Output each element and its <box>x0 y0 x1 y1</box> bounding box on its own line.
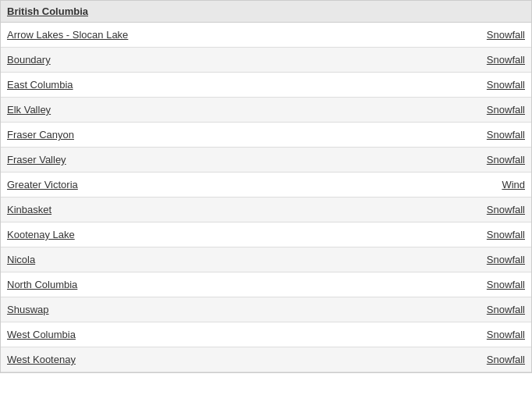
region-name-link[interactable]: East Columbia <box>7 79 73 91</box>
region-name-link[interactable]: Fraser Valley <box>7 154 66 166</box>
table-row: West KootenaySnowfall <box>1 347 531 372</box>
table-row: Elk ValleySnowfall <box>1 98 531 123</box>
region-name-link[interactable]: Kinbasket <box>7 204 51 215</box>
region-name-link[interactable]: West Kootenay <box>7 354 76 365</box>
region-name-link[interactable]: Shuswap <box>7 304 48 315</box>
forecast-link[interactable]: Snowfall <box>487 129 525 141</box>
forecast-link[interactable]: Wind <box>502 179 525 190</box>
region-name-link[interactable]: Boundary <box>7 54 51 66</box>
table-row: Fraser ValleySnowfall <box>1 148 531 173</box>
region-name-link[interactable]: North Columbia <box>7 279 77 290</box>
forecast-link[interactable]: Snowfall <box>487 354 525 365</box>
table-row: Kootenay LakeSnowfall <box>1 222 531 247</box>
table-title: British Columbia <box>7 5 88 17</box>
table-row: West ColumbiaSnowfall <box>1 322 531 347</box>
table-row: Fraser CanyonSnowfall <box>1 123 531 148</box>
table-header: British Columbia <box>1 1 531 23</box>
region-name-link[interactable]: Nicola <box>7 254 35 265</box>
forecast-link[interactable]: Snowfall <box>487 304 525 315</box>
table-row: Arrow Lakes - Slocan LakeSnowfall <box>1 23 531 48</box>
table-body: Arrow Lakes - Slocan LakeSnowfallBoundar… <box>1 23 531 372</box>
table-row: BoundarySnowfall <box>1 48 531 73</box>
bc-regions-table: British Columbia Arrow Lakes - Slocan La… <box>0 0 532 373</box>
forecast-link[interactable]: Snowfall <box>487 229 525 240</box>
forecast-link[interactable]: Snowfall <box>487 104 525 116</box>
table-row: Greater VictoriaWind <box>1 173 531 198</box>
forecast-link[interactable]: Snowfall <box>487 279 525 290</box>
region-name-link[interactable]: Arrow Lakes - Slocan Lake <box>7 29 128 41</box>
table-row: KinbasketSnowfall <box>1 198 531 222</box>
region-name-link[interactable]: Greater Victoria <box>7 179 78 190</box>
region-name-link[interactable]: Fraser Canyon <box>7 129 74 141</box>
forecast-link[interactable]: Snowfall <box>487 79 525 91</box>
region-name-link[interactable]: West Columbia <box>7 329 76 340</box>
forecast-link[interactable]: Snowfall <box>487 204 525 215</box>
table-row: NicolaSnowfall <box>1 247 531 272</box>
table-row: East ColumbiaSnowfall <box>1 73 531 98</box>
forecast-link[interactable]: Snowfall <box>487 154 525 166</box>
forecast-link[interactable]: Snowfall <box>487 254 525 265</box>
forecast-link[interactable]: Snowfall <box>487 54 525 66</box>
region-name-link[interactable]: Elk Valley <box>7 104 51 116</box>
forecast-link[interactable]: Snowfall <box>487 329 525 340</box>
region-name-link[interactable]: Kootenay Lake <box>7 229 75 240</box>
forecast-link[interactable]: Snowfall <box>487 29 525 41</box>
table-row: North ColumbiaSnowfall <box>1 272 531 297</box>
table-row: ShuswapSnowfall <box>1 297 531 322</box>
